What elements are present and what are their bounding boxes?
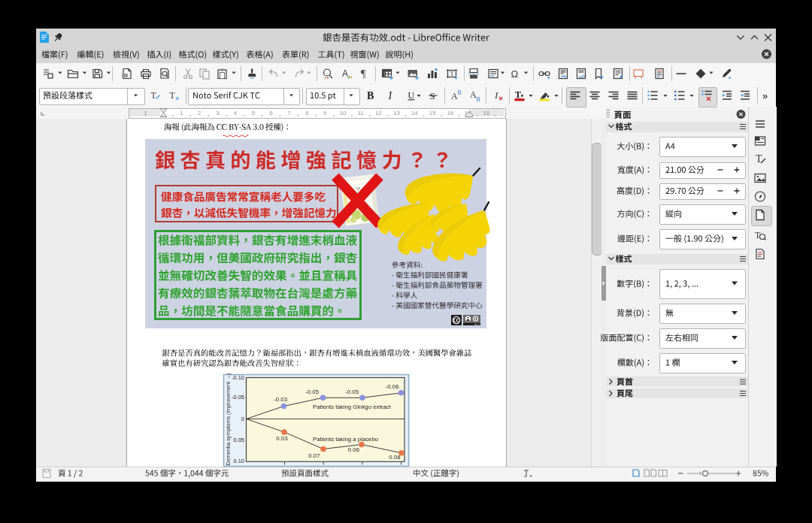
svg-text:18: 18 [483, 110, 489, 116]
svg-text:3: 3 [216, 110, 219, 116]
svg-text:-0.06: -0.06 [386, 383, 399, 390]
svg-text:-0.05: -0.05 [305, 388, 319, 395]
svg-text:0.06: 0.06 [348, 446, 359, 453]
svg-text:0: 0 [241, 416, 244, 422]
svg-text:10: 10 [340, 110, 347, 116]
svg-text:7: 7 [287, 110, 290, 116]
svg-text:Dementia symptoms (improvement: Dementia symptoms (improvement →) [225, 373, 232, 465]
svg-text:-0.05: -0.05 [345, 388, 359, 395]
svg-text:15: 15 [429, 110, 436, 116]
svg-text:5: 5 [252, 110, 256, 116]
svg-text:1: 1 [144, 110, 147, 116]
svg-text:Patients taking Ginkgo extract: Patients taking Ginkgo extract [313, 404, 391, 410]
svg-text:6: 6 [269, 110, 272, 116]
svg-text:Patients taking a placebo: Patients taking a placebo [313, 436, 379, 443]
svg-text:0.07: 0.07 [308, 452, 320, 459]
svg-text:1: 1 [180, 110, 183, 116]
svg-text:16: 16 [447, 110, 454, 116]
svg-text:13: 13 [393, 110, 400, 116]
svg-text:»: » [762, 90, 768, 101]
svg-text:2: 2 [198, 110, 201, 116]
svg-text:11: 11 [358, 110, 364, 116]
svg-text:0.10: 0.10 [233, 458, 244, 464]
svg-text:4: 4 [234, 110, 238, 116]
svg-text:-0.10: -0.10 [232, 374, 244, 381]
svg-text:-0.03: -0.03 [274, 396, 287, 403]
svg-text:0.05: 0.05 [233, 437, 244, 443]
svg-text:8: 8 [305, 110, 308, 116]
svg-text:0.03: 0.03 [276, 435, 287, 442]
svg-text:-0.05: -0.05 [232, 394, 244, 401]
svg-text:14: 14 [411, 110, 418, 116]
svg-text:12: 12 [375, 110, 382, 116]
svg-text:9: 9 [323, 110, 326, 116]
svg-text:0.08: 0.08 [389, 454, 400, 461]
